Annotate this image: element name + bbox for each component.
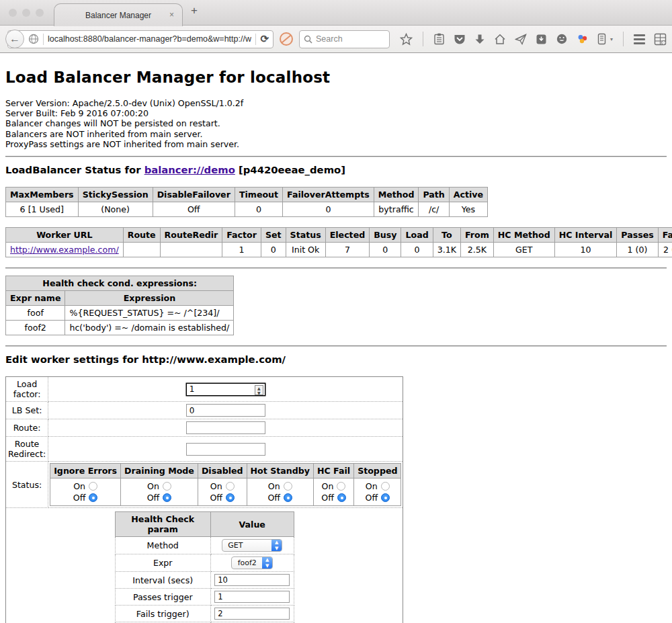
browser-window: Balancer Manager × + ← localhost:8880/ba… bbox=[0, 0, 672, 623]
ignore-errors-on-radio[interactable] bbox=[89, 482, 97, 491]
grid-panel-icon[interactable] bbox=[654, 33, 667, 46]
column-header: Stopped bbox=[354, 464, 401, 479]
window-close-button[interactable] bbox=[9, 9, 17, 17]
balancer-demo-link[interactable]: balancer://demo bbox=[144, 164, 235, 175]
number-spinner-icon[interactable]: ▲▼ bbox=[255, 385, 263, 395]
table-row: foof %{REQUEST_STATUS} =~ /^[234]/ bbox=[6, 306, 234, 321]
form-row-route: Route: bbox=[6, 419, 403, 437]
toolbar-icons: ▾ bbox=[400, 32, 667, 46]
new-tab-button[interactable]: + bbox=[191, 4, 198, 17]
column-header: StickySession bbox=[78, 188, 153, 202]
table-row: On Off On Off On Off bbox=[50, 479, 401, 506]
passes-trigger-input[interactable] bbox=[214, 591, 290, 603]
column-header: Elected bbox=[325, 228, 370, 243]
column-header: Expr name bbox=[6, 291, 65, 306]
draining-mode-on-radio[interactable] bbox=[163, 482, 171, 491]
heading-prefix: LoadBalancer Status for bbox=[5, 164, 144, 175]
form-row-health-check: Health Check param Value Method GET ▲▼ bbox=[6, 508, 403, 623]
hot-standby-on-radio[interactable] bbox=[284, 482, 292, 491]
cell-timeout: 0 bbox=[235, 202, 282, 217]
ignore-errors-off-radio[interactable] bbox=[89, 493, 97, 502]
off-label: Off bbox=[210, 492, 222, 503]
column-header: HC Fail bbox=[313, 464, 353, 479]
send-plane-icon[interactable] bbox=[515, 34, 527, 45]
balancers-inherit-line: Balancers are NOT inherited from main se… bbox=[5, 129, 667, 139]
column-header: Active bbox=[449, 188, 487, 202]
disabled-off-radio[interactable] bbox=[226, 493, 235, 502]
load-factor-input[interactable] bbox=[186, 383, 265, 396]
window-minimize-button[interactable] bbox=[22, 9, 30, 17]
form-row-route-redirect: Route Redirect: bbox=[6, 437, 403, 462]
column-header: Method bbox=[374, 188, 419, 202]
url-bar[interactable]: localhost:8880/balancer-manager?b=demo&w… bbox=[7, 30, 274, 48]
chevron-down-icon[interactable]: ▾ bbox=[610, 36, 613, 42]
url-text[interactable]: localhost:8880/balancer-manager?b=demo&w… bbox=[48, 34, 251, 44]
hc-fail-off-radio[interactable] bbox=[337, 493, 346, 502]
table-row: Expr foof2 ▲▼ bbox=[115, 554, 294, 572]
fails-trigger-input[interactable] bbox=[214, 608, 290, 620]
column-header: Set bbox=[261, 228, 286, 243]
on-label: On bbox=[268, 481, 280, 492]
lb-set-input[interactable] bbox=[186, 404, 265, 417]
divider bbox=[5, 267, 667, 269]
browser-chrome: Balancer Manager × + ← localhost:8880/ba… bbox=[0, 0, 672, 54]
expr-name: foof bbox=[6, 306, 65, 321]
passes-trigger-label: Passes trigger bbox=[115, 589, 210, 606]
pocket-icon[interactable] bbox=[454, 34, 466, 45]
table-row: Method GET ▲▼ bbox=[115, 537, 294, 554]
column-header: HC Method bbox=[493, 228, 554, 243]
cell-to: 3.1K bbox=[433, 243, 460, 257]
column-header: Path bbox=[419, 188, 449, 202]
save-to-device-icon[interactable] bbox=[536, 34, 547, 45]
select-stepper-icon: ▲▼ bbox=[262, 556, 272, 569]
globe-icon bbox=[28, 34, 39, 44]
reload-icon[interactable]: ⟳ bbox=[260, 33, 269, 45]
column-header: Route bbox=[123, 228, 160, 243]
method-select[interactable]: GET ▲▼ bbox=[222, 539, 282, 552]
bookmark-star-icon[interactable] bbox=[400, 33, 413, 46]
route-redirect-label: Route Redirect: bbox=[6, 437, 48, 462]
home-icon[interactable] bbox=[494, 34, 506, 45]
status-radio-table: Ignore Errors Draining Mode Disabled Hot… bbox=[50, 463, 401, 506]
heading-suffix: [p4420eeae_demo] bbox=[235, 164, 345, 175]
cell-hc-interval: 10 bbox=[554, 243, 617, 257]
worker-url-link[interactable]: http://www.example.com/ bbox=[10, 245, 119, 255]
adblock-icon[interactable] bbox=[280, 32, 293, 46]
method-label: Method bbox=[115, 537, 210, 554]
search-bar[interactable] bbox=[299, 30, 390, 48]
back-button[interactable]: ← bbox=[5, 30, 24, 48]
colored-dots-extension-icon[interactable] bbox=[577, 33, 589, 45]
health-check-expressions-table: Health check cond. expressions: Expr nam… bbox=[5, 276, 234, 335]
feedback-smiley-icon[interactable] bbox=[556, 33, 568, 45]
server-version-line: Server Version: Apache/2.5.0-dev (Unix) … bbox=[5, 98, 667, 108]
column-header: MaxMembers bbox=[6, 188, 79, 202]
table-row: foof2 hc('body') =~ /domain is establish… bbox=[6, 321, 234, 335]
route-redirect-input[interactable] bbox=[186, 443, 265, 456]
expr-select[interactable]: foof2 ▲▼ bbox=[231, 556, 273, 569]
proxypass-inherit-line: ProxyPass settings are NOT inherited fro… bbox=[5, 139, 667, 149]
interval-label: Interval (secs) bbox=[115, 572, 210, 589]
cell-method: bytraffic bbox=[374, 202, 419, 217]
search-input[interactable] bbox=[316, 34, 376, 44]
menu-icon[interactable] bbox=[634, 34, 645, 44]
url-divider bbox=[255, 34, 256, 45]
table-row: http://www.example.com/ 1 0 Init Ok 7 0 … bbox=[6, 243, 672, 257]
downloads-icon[interactable] bbox=[474, 34, 485, 45]
hot-standby-off-radio[interactable] bbox=[284, 493, 292, 502]
panel-extension-icon[interactable] bbox=[597, 33, 606, 45]
tab-balancer-manager[interactable]: Balancer Manager × bbox=[54, 3, 183, 26]
column-header: Draining Mode bbox=[121, 464, 198, 479]
reading-list-icon[interactable] bbox=[433, 33, 445, 45]
cell-stickysession: (None) bbox=[78, 202, 153, 217]
tab-close-icon[interactable]: × bbox=[169, 10, 174, 19]
disabled-on-radio[interactable] bbox=[226, 482, 235, 491]
stopped-on-radio[interactable] bbox=[381, 482, 390, 491]
column-header: Busy bbox=[370, 228, 401, 243]
select-stepper-icon: ▲▼ bbox=[271, 539, 282, 552]
stopped-off-radio[interactable] bbox=[381, 493, 390, 502]
route-input[interactable] bbox=[186, 421, 265, 434]
interval-input[interactable] bbox=[214, 574, 290, 586]
window-zoom-button[interactable] bbox=[36, 9, 44, 17]
hc-fail-on-radio[interactable] bbox=[337, 482, 345, 491]
draining-mode-off-radio[interactable] bbox=[163, 493, 171, 502]
